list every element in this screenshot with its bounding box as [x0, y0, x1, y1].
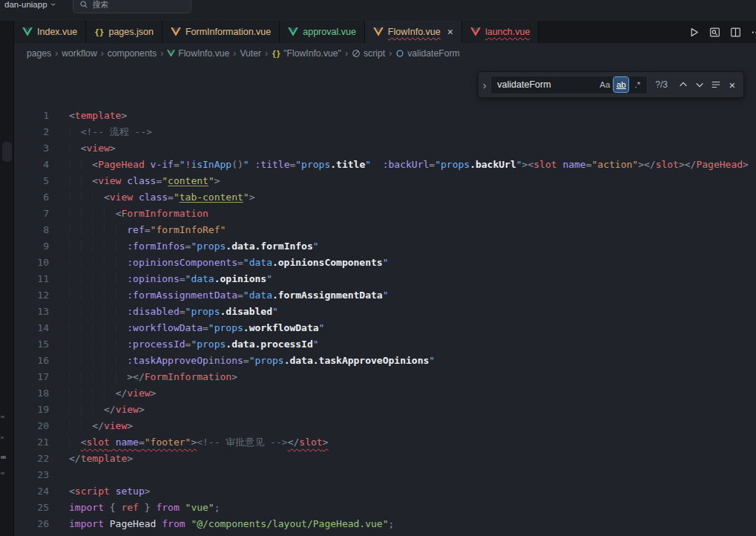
symbol-circle-icon — [395, 49, 404, 58]
code-line-9[interactable]: 9 :formInfos="props.data.formInfos" — [14, 238, 756, 255]
code-line-21[interactable]: 21 <slot name="footer"><!-- 审批意见 --></sl… — [14, 434, 756, 451]
tab-forminformation-vue[interactable]: FormInformation.vue — [162, 21, 280, 43]
close-find-icon[interactable]: × — [724, 76, 740, 93]
code-line-19[interactable]: 19 </view> — [14, 402, 756, 418]
vue-icon — [22, 27, 33, 36]
breadcrumb-separator: › — [55, 48, 58, 59]
breadcrumb-item-flowinfo-vue[interactable]: FlowInfo.vue — [167, 48, 229, 59]
line-number: 19 — [14, 402, 49, 418]
line-number: 22 — [14, 451, 49, 467]
line-number: 11 — [14, 271, 49, 287]
code-line-1[interactable]: 1<template> — [14, 108, 756, 124]
code-line-12[interactable]: 12 :formAssignmentData="data.formAssignm… — [14, 287, 756, 304]
breadcrumb-item-workflow[interactable]: workflow — [62, 48, 96, 59]
code-line-13[interactable]: 13 :disabled="props.disabled" — [14, 304, 756, 320]
preview-icon[interactable] — [709, 27, 720, 38]
line-number: 26 — [14, 516, 49, 532]
breadcrumb-item-components[interactable]: components — [108, 48, 157, 59]
code-line-5[interactable]: 5 <view class="content"> — [14, 173, 756, 189]
json-braces-icon: {} — [272, 48, 280, 59]
editor[interactable]: › validateForm Aa ab .* ?/3 — [14, 64, 756, 536]
breadcrumb-item-script[interactable]: script — [352, 48, 385, 59]
code-area[interactable]: 1<template>2 <!-- 流程 -->3 <view>4 <PageH… — [14, 64, 756, 532]
next-match-button[interactable] — [691, 76, 708, 93]
code-line-11[interactable]: 11 :opinions="data.opinions" — [14, 271, 756, 287]
find-query-text[interactable]: validateForm — [497, 79, 596, 90]
code-line-14[interactable]: 14 :workflowData="props.workflowData" — [14, 320, 756, 336]
code-line-22[interactable]: 22</template> — [14, 451, 756, 467]
line-number: 7 — [14, 206, 49, 222]
breadcrumb-item-validateform[interactable]: validateForm — [395, 48, 459, 59]
breadcrumb-item-pages[interactable]: pages — [27, 48, 51, 59]
code-line-17[interactable]: 17 ></FormInformation> — [14, 369, 756, 385]
search-icon — [79, 0, 88, 9]
tab-index-vue[interactable]: Index.vue — [14, 21, 86, 43]
previous-match-button[interactable] — [675, 76, 691, 93]
code-line-25[interactable]: 25import { ref } from "vue"; — [14, 500, 756, 516]
line-number: 21 — [14, 434, 49, 451]
whole-word-button[interactable]: ab — [614, 77, 628, 92]
vue-icon — [171, 27, 181, 36]
activity-bar-item-highlight — [2, 142, 12, 162]
code-line-10[interactable]: 10 :opinionsComponents="data.opinionsCom… — [14, 255, 756, 271]
find-results-count: ?/3 — [655, 79, 668, 90]
regex-button[interactable]: .* — [630, 77, 645, 92]
breadcrumb-item--flowinfo-vue-[interactable]: {}"FlowInfo.vue" — [272, 48, 341, 59]
breadcrumb-separator: › — [389, 48, 392, 59]
breadcrumb: pages›workflow›components›FlowInfo.vue›V… — [14, 43, 756, 64]
line-number: 24 — [14, 483, 49, 500]
tab-label: approval.vue — [303, 27, 356, 37]
titlebar: dan-uniapp › 搜索 — [0, 0, 756, 21]
code-line-8[interactable]: 8 ref="formInfoRef" — [14, 222, 756, 238]
code-line-23[interactable]: 23 — [14, 467, 756, 483]
line-number: 10 — [14, 255, 49, 271]
more-actions-icon[interactable] — [751, 27, 756, 38]
line-number: 12 — [14, 287, 49, 304]
line-number: 2 — [14, 124, 49, 140]
line-number: 25 — [14, 500, 49, 516]
tab-label: FormInformation.vue — [185, 27, 271, 37]
line-number: 1 — [14, 108, 49, 124]
line-number: 20 — [14, 418, 49, 434]
run-icon[interactable] — [688, 27, 700, 38]
tab-flowinfo-vue[interactable]: FlowInfo.vue× — [365, 21, 462, 43]
find-widget: › validateForm Aa ab .* ?/3 — [478, 71, 744, 98]
close-tab-icon[interactable]: × — [447, 27, 453, 37]
code-line-24[interactable]: 24<script setup> — [14, 483, 756, 500]
line-number: 17 — [14, 369, 49, 385]
breadcrumb-separator: › — [265, 48, 268, 59]
find-in-selection-button[interactable] — [708, 76, 724, 93]
code-line-7[interactable]: 7 <FormInformation — [14, 206, 756, 222]
tab-bar: Index.vue{}pages.jsonFormInformation.vue… — [14, 21, 756, 43]
vue-icon — [288, 27, 298, 36]
line-number: 15 — [14, 336, 49, 353]
tab-pages-json[interactable]: {}pages.json — [86, 21, 162, 43]
breadcrumb-item-vuter[interactable]: Vuter — [240, 48, 261, 59]
code-line-26[interactable]: 26import PageHead from "@/components/lay… — [14, 516, 756, 532]
find-input[interactable]: validateForm Aa ab .* — [490, 76, 648, 94]
code-line-20[interactable]: 20 </view> — [14, 418, 756, 434]
titlebar-search[interactable]: 搜索 — [73, 0, 191, 13]
code-line-4[interactable]: 4 <PageHead v-if="!isInApp()" :title="pr… — [14, 157, 756, 173]
chevron-down-icon: › — [49, 3, 58, 6]
vue-icon — [470, 27, 481, 36]
code-line-3[interactable]: 3 <view> — [14, 140, 756, 157]
code-line-2[interactable]: 2 <!-- 流程 --> — [14, 124, 756, 140]
split-editor-icon[interactable] — [730, 27, 741, 38]
code-line-6[interactable]: 6 <view class="tab-content"> — [14, 189, 756, 206]
line-number: 4 — [14, 157, 49, 173]
tab-label: FlowInfo.vue — [388, 27, 441, 37]
toggle-replace-chevron-icon[interactable]: › — [479, 79, 490, 91]
line-number: 6 — [14, 189, 49, 206]
match-case-button[interactable]: Aa — [597, 77, 612, 92]
tab-approval-vue[interactable]: approval.vue — [280, 21, 365, 43]
code-line-16[interactable]: 16 :taskApproveOpinions="props.data.task… — [14, 353, 756, 369]
code-line-15[interactable]: 15 :processId="props.data.processId" — [14, 336, 756, 353]
line-number: 9 — [14, 238, 49, 255]
tab-launch-vue[interactable]: launch.vue — [462, 21, 539, 43]
code-line-18[interactable]: 18 </view> — [14, 385, 756, 402]
line-number: 14 — [14, 320, 49, 336]
breadcrumb-separator: › — [101, 48, 104, 59]
vue-icon — [373, 27, 384, 36]
workspace-name[interactable]: dan-uniapp — [4, 0, 47, 9]
